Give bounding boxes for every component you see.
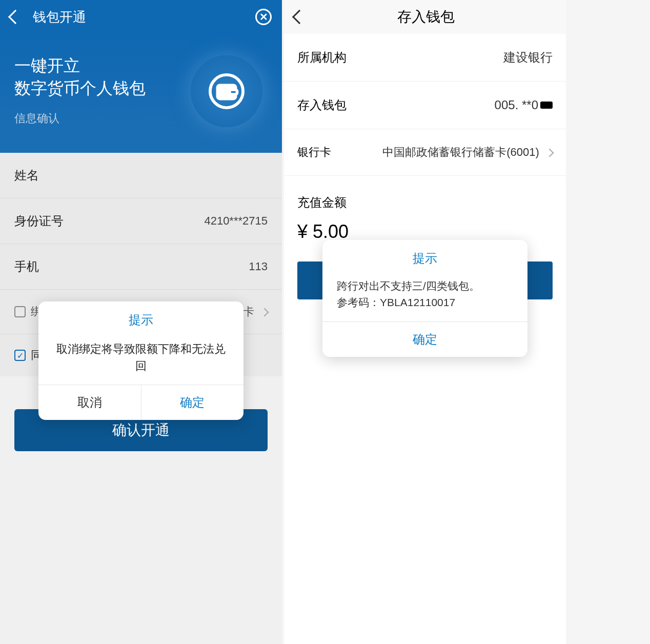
right-title: 存入钱包 [317, 7, 535, 27]
ok-button[interactable]: 确定 [141, 385, 244, 420]
back-icon[interactable] [292, 10, 307, 24]
chevron-right-icon [545, 149, 554, 157]
left-modal: 提示 取消绑定将导致限额下降和无法兑回 取消 确定 [38, 301, 243, 420]
wallet-row[interactable]: 存入钱包 005. **0 [284, 82, 566, 129]
right-modal-title: 提示 [322, 240, 527, 272]
bankcard-row[interactable]: 银行卡 中国邮政储蓄银行储蓄卡(6001) [284, 129, 566, 176]
right-modal-buttons: 确定 [322, 321, 527, 357]
left-title: 钱包开通 [33, 8, 86, 26]
right-screen: 存入钱包 所属机构 建设银行 存入钱包 005. **0 银行卡 中国邮政储蓄银… [284, 0, 566, 644]
bank-label: 银行卡 [297, 145, 331, 160]
wallet-label: 存入钱包 [297, 97, 347, 113]
id-label: 身份证号 [14, 213, 64, 229]
back-icon[interactable] [8, 10, 23, 24]
left-modal-buttons: 取消 确定 [38, 385, 243, 420]
org-row: 所属机构 建设银行 [284, 34, 566, 82]
amount-label: 充值金额 [284, 180, 566, 216]
wallet-icon [191, 55, 262, 127]
right-modal: 提示 跨行对出不支持三/四类钱包。 参考码：YBLA12110017 确定 [322, 240, 527, 357]
right-modal-body: 跨行对出不支持三/四类钱包。 参考码：YBLA12110017 [322, 272, 527, 321]
left-modal-body: 取消绑定将导致限额下降和无法兑回 [38, 333, 243, 385]
svg-rect-2 [230, 90, 237, 94]
org-label: 所属机构 [297, 49, 347, 66]
phone-label: 手机 [14, 258, 39, 275]
right-modal-line1: 跨行对出不支持三/四类钱包。 [337, 278, 513, 294]
org-value: 建设银行 [503, 49, 553, 66]
bank-value: 中国邮政储蓄银行储蓄卡(6001) [382, 146, 539, 158]
bind-checkbox[interactable] [14, 306, 26, 317]
left-screen: 钱包开通 ✕ 一键开立 数字货币个人钱包 信息确认 姓名 身份证号 4210**… [0, 0, 282, 644]
hero-banner: 一键开立 数字货币个人钱包 信息确认 [0, 34, 282, 153]
right-header: 存入钱包 [284, 0, 566, 34]
agree-checkbox[interactable]: ✓ [14, 350, 26, 361]
bind-suffix: 卡 [243, 305, 254, 318]
id-value: 4210***2715 [204, 214, 268, 228]
right-body: 所属机构 建设银行 存入钱包 005. **0 银行卡 中国邮政储蓄银行储蓄卡(… [284, 34, 566, 255]
phone-value: 113 [249, 260, 268, 273]
chevron-right-icon [260, 308, 269, 317]
redacted-icon [540, 102, 553, 109]
close-icon[interactable]: ✕ [255, 9, 272, 25]
wallet-value-text: 005. **0 [495, 98, 538, 112]
wallet-value: 005. **0 [495, 98, 553, 112]
phone-row[interactable]: 手机 113 [0, 244, 282, 290]
name-row[interactable]: 姓名 [0, 153, 282, 198]
name-label: 姓名 [14, 167, 39, 184]
cancel-button[interactable]: 取消 [38, 385, 141, 420]
right-modal-line2: 参考码：YBLA12110017 [337, 294, 513, 311]
ok-button[interactable]: 确定 [322, 322, 527, 357]
left-modal-title: 提示 [38, 301, 243, 333]
left-header: 钱包开通 ✕ [0, 0, 282, 34]
id-row[interactable]: 身份证号 4210***2715 [0, 198, 282, 244]
